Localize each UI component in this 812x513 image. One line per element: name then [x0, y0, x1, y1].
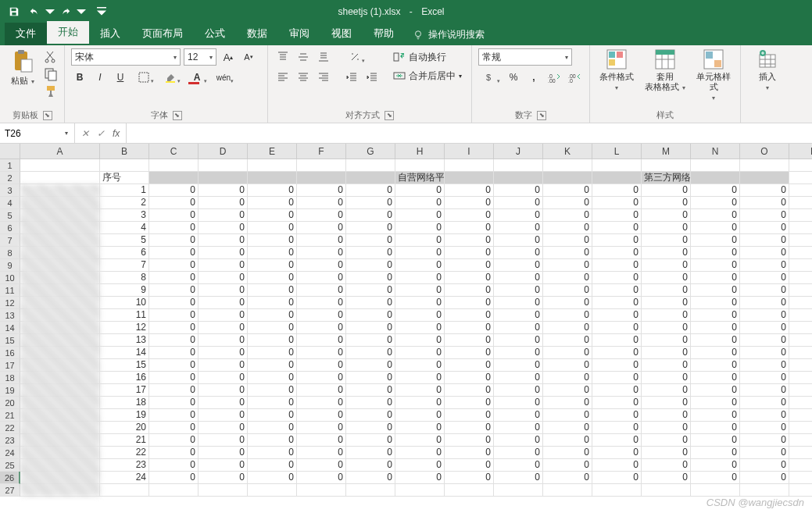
cell[interactable]: 0 — [740, 459, 789, 472]
col-header-E[interactable]: E — [248, 144, 297, 159]
cell[interactable]: 0 — [543, 372, 592, 384]
cell[interactable]: 4 — [100, 222, 149, 234]
cell[interactable]: 0 — [543, 209, 592, 222]
cell[interactable] — [789, 484, 812, 497]
cell[interactable]: 0 — [297, 234, 346, 247]
tab-home[interactable]: 开始 — [47, 21, 89, 45]
cell[interactable]: 0 — [740, 284, 789, 297]
cell[interactable]: 0 — [248, 322, 297, 334]
cell[interactable]: 0 — [445, 422, 494, 434]
cell[interactable]: 0 — [346, 259, 395, 272]
cell-styles-button[interactable]: 单元格样式▾ — [693, 48, 734, 103]
cell[interactable] — [297, 172, 346, 184]
cell[interactable]: 0 — [149, 359, 199, 372]
phonetic-button[interactable]: wén▾ — [212, 69, 235, 86]
cell[interactable]: 0 — [642, 297, 691, 309]
orientation-button[interactable]: ▾ — [343, 48, 367, 66]
cell[interactable]: 0 — [297, 184, 346, 197]
cell[interactable] — [789, 447, 812, 459]
cell[interactable]: 0 — [642, 284, 691, 297]
cell[interactable]: 0 — [199, 197, 248, 209]
cell[interactable]: 0 — [642, 409, 691, 422]
cell[interactable] — [789, 297, 812, 309]
cell[interactable]: 0 — [395, 309, 445, 322]
row-header[interactable]: 10 — [0, 272, 20, 284]
cell[interactable]: 0 — [445, 259, 494, 272]
cell[interactable]: 8 — [100, 272, 149, 284]
cell[interactable]: 0 — [297, 384, 346, 397]
cell[interactable]: 0 — [248, 472, 297, 484]
cell[interactable] — [592, 159, 642, 172]
border-button[interactable]: ▾ — [132, 69, 156, 86]
cell[interactable] — [789, 459, 812, 472]
cell[interactable]: 0 — [592, 209, 642, 222]
cell[interactable]: 0 — [395, 297, 445, 309]
cell[interactable]: 0 — [248, 347, 297, 359]
col-header-C[interactable]: C — [149, 144, 199, 159]
cell[interactable]: 0 — [149, 272, 199, 284]
cell[interactable]: 0 — [592, 222, 642, 234]
cell[interactable]: 0 — [346, 422, 395, 434]
cell[interactable]: 0 — [199, 209, 248, 222]
cell[interactable] — [789, 197, 812, 209]
cell[interactable]: 0 — [346, 447, 395, 459]
cell[interactable] — [248, 159, 297, 172]
cell[interactable]: 0 — [445, 197, 494, 209]
cell[interactable]: 0 — [691, 434, 740, 447]
cell[interactable]: 0 — [199, 272, 248, 284]
cell[interactable]: 0 — [149, 347, 199, 359]
cell[interactable]: 0 — [494, 309, 543, 322]
cell[interactable]: 0 — [248, 422, 297, 434]
row-header[interactable]: 16 — [0, 347, 20, 359]
cell[interactable]: 0 — [248, 409, 297, 422]
cell[interactable]: 0 — [149, 422, 199, 434]
cell[interactable]: 0 — [642, 309, 691, 322]
cell[interactable]: 0 — [149, 184, 199, 197]
cell[interactable]: 0 — [740, 422, 789, 434]
cell[interactable]: 0 — [642, 222, 691, 234]
cell[interactable]: 0 — [346, 297, 395, 309]
cell[interactable] — [248, 172, 297, 184]
cell[interactable] — [20, 409, 100, 422]
cell[interactable]: 0 — [149, 209, 199, 222]
cell[interactable] — [20, 159, 100, 172]
number-dialog-launcher[interactable]: ⬊ — [537, 111, 546, 120]
cell[interactable]: 0 — [494, 184, 543, 197]
row-header[interactable]: 6 — [0, 222, 20, 234]
row-header[interactable]: 22 — [0, 422, 20, 434]
cell[interactable]: 0 — [691, 422, 740, 434]
cell[interactable]: 0 — [445, 334, 494, 347]
cell[interactable]: 0 — [248, 247, 297, 259]
row-header[interactable]: 23 — [0, 434, 20, 447]
cell[interactable]: 0 — [149, 234, 199, 247]
cell[interactable]: 0 — [445, 297, 494, 309]
row-header[interactable]: 21 — [0, 409, 20, 422]
cell[interactable]: 0 — [642, 359, 691, 372]
cell[interactable] — [789, 422, 812, 434]
cell[interactable]: 0 — [199, 234, 248, 247]
cell[interactable] — [20, 234, 100, 247]
cell[interactable]: 0 — [346, 472, 395, 484]
insert-function-button[interactable]: fx — [113, 128, 120, 139]
row-header[interactable]: 25 — [0, 459, 20, 472]
cell[interactable]: 0 — [445, 347, 494, 359]
cell[interactable]: 0 — [494, 234, 543, 247]
cell[interactable] — [20, 372, 100, 384]
cell[interactable]: 0 — [149, 297, 199, 309]
cell[interactable]: 0 — [592, 384, 642, 397]
cell[interactable]: 0 — [346, 334, 395, 347]
cell[interactable]: 0 — [149, 309, 199, 322]
cell[interactable]: 0 — [494, 472, 543, 484]
row-header[interactable]: 8 — [0, 247, 20, 259]
cell[interactable]: 0 — [149, 284, 199, 297]
cell[interactable] — [248, 484, 297, 497]
underline-button[interactable]: U — [112, 69, 129, 86]
col-header-N[interactable]: N — [691, 144, 740, 159]
cell[interactable]: 0 — [149, 334, 199, 347]
cell[interactable]: 0 — [592, 459, 642, 472]
cell[interactable]: 0 — [691, 347, 740, 359]
cell[interactable]: 0 — [740, 259, 789, 272]
cell[interactable]: 0 — [592, 309, 642, 322]
cell[interactable]: 0 — [297, 397, 346, 409]
cell[interactable]: 0 — [642, 322, 691, 334]
